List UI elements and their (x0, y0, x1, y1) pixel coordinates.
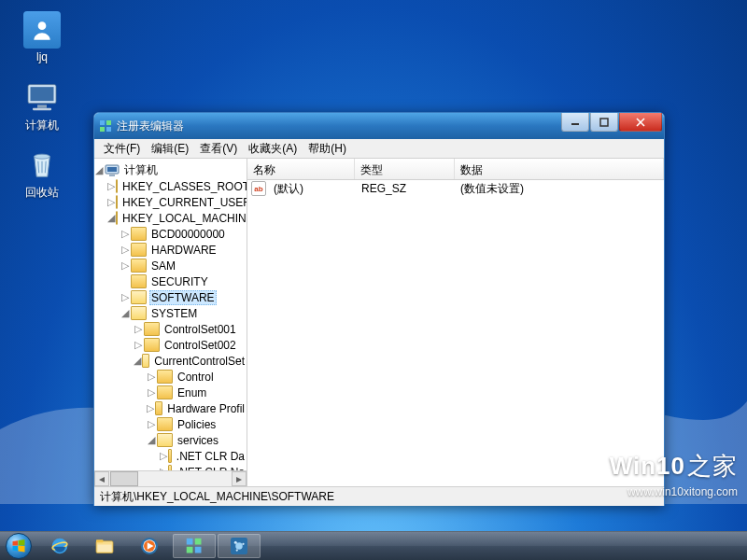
svg-rect-8 (100, 127, 105, 132)
minimize-button[interactable] (561, 113, 589, 132)
svg-rect-25 (187, 539, 193, 545)
desktop-icon-recyclebin[interactable]: 回收站 (14, 146, 70, 201)
tree-node-cs1[interactable]: ControlSet001 (162, 323, 238, 336)
scroll-left-icon[interactable]: ◂ (94, 471, 109, 486)
start-orb-icon (6, 533, 32, 559)
menu-edit[interactable]: 编辑(E) (146, 139, 194, 158)
tree-node-computer[interactable]: 计算机 (122, 162, 160, 178)
computer-node-icon (105, 164, 120, 177)
folder-icon (131, 227, 147, 241)
svg-rect-7 (106, 120, 111, 125)
tree-node-hklm[interactable]: HKEY_LOCAL_MACHINE (120, 212, 247, 225)
maximize-button[interactable] (590, 113, 618, 132)
taskbar-regedit[interactable] (173, 534, 216, 558)
tree-node-netclrda[interactable]: .NET CLR Da (175, 450, 247, 463)
taskbar-explorer[interactable] (83, 534, 126, 558)
scroll-thumb[interactable] (110, 471, 138, 486)
svg-rect-11 (600, 119, 608, 126)
disclosure-icon[interactable]: ▷ (147, 386, 156, 399)
disclosure-icon[interactable]: ▷ (147, 371, 156, 383)
tree-hscroll[interactable]: ◂ ▸ (94, 470, 247, 486)
folder-icon (116, 195, 118, 209)
tree-node-hwprof[interactable]: Hardware Profil (165, 402, 247, 415)
tree-node-sam[interactable]: SAM (149, 259, 177, 273)
recycle-bin-icon (23, 146, 61, 183)
disclosure-icon[interactable]: ▷ (107, 180, 115, 192)
tree-node-cs2[interactable]: ControlSet002 (162, 339, 238, 352)
desktop[interactable]: ljq 计算机 回收站 注册表编辑器 文件(F) 编辑(E) (0, 0, 747, 532)
disclosure-icon[interactable]: ▷ (120, 244, 130, 256)
regedit-icon (98, 119, 113, 133)
tree-node-policies[interactable]: Policies (176, 418, 218, 431)
value-row[interactable]: ab (默认) REG_SZ (数值未设置) (247, 180, 664, 197)
taskbar[interactable] (0, 531, 747, 560)
disclosure-icon[interactable]: ◢ (147, 434, 156, 446)
tree-node-system[interactable]: SYSTEM (149, 307, 199, 320)
disclosure-icon[interactable]: ▷ (160, 450, 167, 462)
close-button[interactable] (619, 113, 662, 132)
column-type[interactable]: 类型 (355, 159, 455, 179)
svg-rect-27 (187, 547, 193, 553)
titlebar[interactable]: 注册表编辑器 (94, 113, 664, 139)
tree-node-enum[interactable]: Enum (176, 386, 208, 399)
disclosure-icon[interactable]: ▷ (147, 402, 154, 414)
tree-node-hkcu[interactable]: HKEY_CURRENT_USER (120, 196, 247, 209)
tree-node-hardware[interactable]: HARDWARE (149, 244, 218, 257)
folder-icon (157, 370, 173, 384)
tree-node-bcd[interactable]: BCD00000000 (149, 228, 227, 241)
tree-node-services[interactable]: services (176, 434, 220, 447)
folder-icon (144, 322, 160, 336)
folder-icon (144, 338, 160, 352)
tree-panel[interactable]: ◢计算机 ▷HKEY_CLASSES_ROOT ▷HKEY_CURRENT_US… (94, 159, 247, 486)
user-icon (23, 11, 61, 49)
tree-node-security[interactable]: SECURITY (149, 275, 210, 288)
desktop-icon-label: 计算机 (14, 118, 70, 133)
disclosure-icon[interactable]: ▷ (120, 291, 130, 303)
menu-file[interactable]: 文件(F) (98, 139, 146, 158)
svg-rect-6 (100, 120, 105, 125)
desktop-icon-computer[interactable]: 计算机 (14, 78, 70, 133)
folder-icon (131, 274, 147, 288)
column-data[interactable]: 数据 (455, 159, 664, 179)
disclosure-icon[interactable]: ▷ (147, 418, 156, 430)
watermark-url: www.win10xitong.com (572, 485, 738, 498)
start-button[interactable] (0, 532, 37, 560)
folder-open-icon (142, 354, 149, 368)
value-name: (默认) (268, 181, 356, 197)
window-title: 注册表编辑器 (117, 119, 560, 134)
disclosure-icon[interactable]: ◢ (120, 307, 130, 319)
disclosure-icon[interactable]: ◢ (134, 355, 141, 367)
svg-rect-21 (98, 545, 112, 553)
scroll-right-icon[interactable]: ▸ (232, 471, 247, 486)
tree-node-hkcr[interactable]: HKEY_CLASSES_ROOT (120, 180, 247, 193)
disclosure-icon[interactable]: ◢ (94, 164, 104, 176)
svg-point-32 (242, 543, 244, 545)
watermark-brand: Win10 (610, 452, 685, 481)
disclosure-icon[interactable]: ▷ (120, 259, 130, 272)
folder-open-icon (157, 433, 173, 447)
column-name[interactable]: 名称 (247, 159, 355, 179)
disclosure-icon[interactable]: ◢ (107, 212, 115, 224)
tree-node-control[interactable]: Control (176, 371, 216, 384)
menu-favorites[interactable]: 收藏夹(A) (243, 139, 303, 158)
svg-rect-9 (106, 127, 111, 132)
menu-view[interactable]: 查看(V) (194, 139, 243, 158)
svg-point-5 (35, 154, 50, 159)
desktop-icon-label: ljq (14, 50, 70, 63)
desktop-icon-user[interactable]: ljq (14, 11, 70, 63)
disclosure-icon[interactable]: ▷ (120, 228, 130, 240)
disclosure-icon[interactable]: ▷ (107, 196, 115, 208)
disclosure-icon[interactable]: ▷ (134, 323, 143, 335)
svg-rect-26 (195, 539, 202, 545)
svg-point-0 (38, 21, 47, 30)
taskbar-wmp[interactable] (128, 534, 171, 558)
taskbar-app[interactable] (218, 534, 261, 558)
value-data: (数值未设置) (455, 181, 664, 197)
menu-help[interactable]: 帮助(H) (303, 139, 352, 158)
taskbar-ie[interactable] (38, 534, 81, 558)
tree-node-ccs[interactable]: CurrentControlSet (152, 355, 247, 368)
tree-node-software[interactable]: SOFTWARE (149, 290, 217, 305)
disclosure-icon[interactable]: ▷ (134, 339, 143, 351)
regvalue-string-icon: ab (251, 181, 266, 196)
values-list[interactable]: 名称 类型 数据 ab (默认) REG_SZ (数值未设置) (247, 159, 664, 486)
